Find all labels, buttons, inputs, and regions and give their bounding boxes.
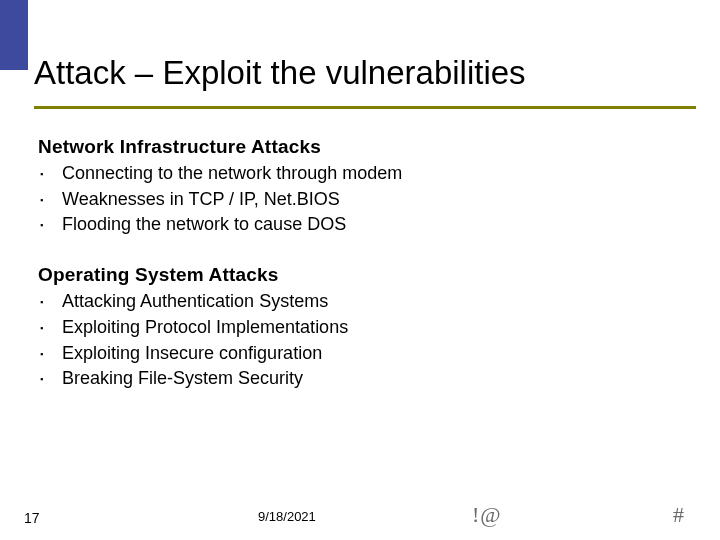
sidebar-accent	[0, 0, 28, 70]
list-item: Weaknesses in TCP / IP, Net.BIOS	[62, 187, 680, 213]
slide: Attack – Exploit the vulnerabilities Net…	[0, 0, 720, 540]
section2-heading: Operating System Attacks	[38, 264, 680, 286]
footer-symbol-1: !@	[472, 502, 502, 528]
list-item: Breaking File-System Security	[62, 366, 680, 392]
page-number: 17	[24, 510, 40, 526]
content-area: Network Infrastructure Attacks Connectin…	[38, 136, 680, 392]
list-item: Exploiting Protocol Implementations	[62, 315, 680, 341]
footer-date: 9/18/2021	[258, 509, 316, 524]
section1-heading: Network Infrastructure Attacks	[38, 136, 680, 158]
footer-symbol-2: #	[673, 502, 684, 528]
section2-list: Attacking Authentication Systems Exploit…	[38, 289, 680, 392]
list-item: Exploiting Insecure configuration	[62, 341, 680, 367]
title-area: Attack – Exploit the vulnerabilities	[34, 54, 696, 109]
list-item: Attacking Authentication Systems	[62, 289, 680, 315]
footer: 17 9/18/2021 !@ #	[0, 502, 720, 530]
title-underline	[34, 106, 696, 109]
list-item: Flooding the network to cause DOS	[62, 212, 680, 238]
section1-list: Connecting to the network through modem …	[38, 161, 680, 238]
slide-title: Attack – Exploit the vulnerabilities	[34, 54, 696, 92]
list-item: Connecting to the network through modem	[62, 161, 680, 187]
